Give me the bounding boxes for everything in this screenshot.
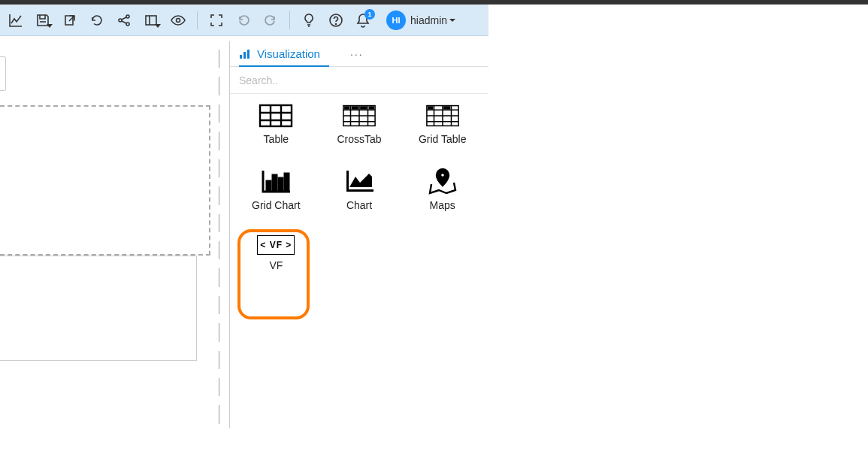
viz-label: Table	[264, 133, 289, 145]
bar-chart-icon	[239, 49, 251, 59]
svg-point-0	[119, 19, 122, 22]
viz-label: Maps	[430, 199, 455, 211]
svg-rect-10	[260, 105, 292, 126]
toolbar-separator	[289, 11, 290, 29]
svg-rect-19	[267, 181, 271, 190]
canvas-element-stub	[0, 56, 6, 91]
svg-point-4	[177, 18, 180, 22]
vf-icon: < VF >	[257, 235, 295, 255]
viz-item-gridtable[interactable]: Grid Table	[401, 103, 484, 166]
save-icon[interactable]	[35, 12, 51, 29]
viz-label: Grid Table	[419, 133, 467, 145]
user-menu[interactable]: HI hiadmin	[386, 11, 456, 30]
username-label: hiadmin	[410, 14, 456, 26]
chart-icon	[342, 169, 377, 195]
share-icon[interactable]	[116, 12, 132, 29]
svg-rect-9	[247, 50, 250, 59]
viz-item-gridchart[interactable]: Grid Chart	[234, 169, 318, 232]
svg-rect-18	[444, 107, 450, 109]
panel-resize-divider[interactable]	[218, 45, 222, 428]
line-chart-icon[interactable]	[8, 12, 24, 29]
grid-table-icon	[425, 103, 460, 129]
tab-more[interactable]: ···	[350, 48, 364, 60]
svg-point-23	[440, 173, 445, 177]
svg-rect-13	[352, 107, 358, 109]
panel-tabs: Visualization ···	[230, 41, 488, 67]
svg-rect-12	[345, 107, 349, 109]
toolbar-separator	[197, 11, 198, 29]
vf-icon-text: < VF >	[260, 240, 292, 250]
svg-rect-17	[428, 107, 432, 109]
avatar: HI	[386, 11, 406, 30]
tab-label: Visualization	[257, 47, 320, 60]
maps-icon	[425, 169, 460, 195]
viz-item-maps[interactable]: Maps	[401, 169, 484, 232]
viz-item-table[interactable]: Table	[234, 103, 318, 166]
viz-item-chart[interactable]: Chart	[318, 169, 401, 232]
svg-rect-8	[243, 52, 246, 59]
visualization-panel: Visualization ··· Table CrossTab Grid Ta…	[229, 41, 488, 428]
layout-icon[interactable]	[143, 12, 159, 29]
svg-rect-22	[285, 174, 289, 190]
search-input[interactable]	[239, 74, 479, 86]
notification-badge: 1	[364, 9, 375, 20]
fullscreen-icon[interactable]	[208, 12, 225, 29]
visibility-icon[interactable]	[170, 12, 186, 29]
refresh-icon[interactable]	[89, 12, 105, 29]
main-toolbar: 1 HI hiadmin	[0, 5, 488, 36]
crosstab-icon	[342, 103, 377, 129]
help-icon[interactable]	[328, 12, 344, 29]
viz-label: VF	[269, 259, 283, 271]
viz-item-vf[interactable]: < VF > VF	[234, 235, 318, 298]
viz-label: Grid Chart	[252, 199, 301, 211]
viz-label: CrossTab	[337, 133, 381, 145]
svg-rect-21	[279, 178, 283, 190]
lightbulb-icon[interactable]	[301, 12, 317, 29]
redo-icon[interactable]	[262, 12, 279, 29]
export-icon[interactable]	[62, 12, 78, 29]
viz-label: Chart	[346, 199, 372, 211]
canvas-area	[0, 41, 225, 432]
svg-point-1	[126, 15, 129, 18]
svg-point-2	[126, 23, 129, 26]
tab-visualization[interactable]: Visualization	[239, 41, 320, 66]
svg-rect-20	[273, 175, 277, 190]
canvas-element-box[interactable]	[0, 256, 197, 361]
svg-rect-15	[369, 107, 374, 109]
search-row	[230, 67, 488, 94]
notification-icon[interactable]: 1	[355, 12, 371, 29]
svg-rect-7	[240, 55, 242, 59]
grid-chart-icon	[259, 169, 293, 195]
svg-rect-14	[361, 107, 367, 109]
viz-item-crosstab[interactable]: CrossTab	[318, 103, 401, 166]
svg-point-6	[336, 23, 337, 24]
canvas-drop-zone[interactable]	[0, 105, 210, 256]
undo-icon[interactable]	[235, 12, 252, 29]
visualization-grid: Table CrossTab Grid Table Grid Chart Cha	[230, 94, 488, 428]
table-icon	[259, 103, 293, 129]
